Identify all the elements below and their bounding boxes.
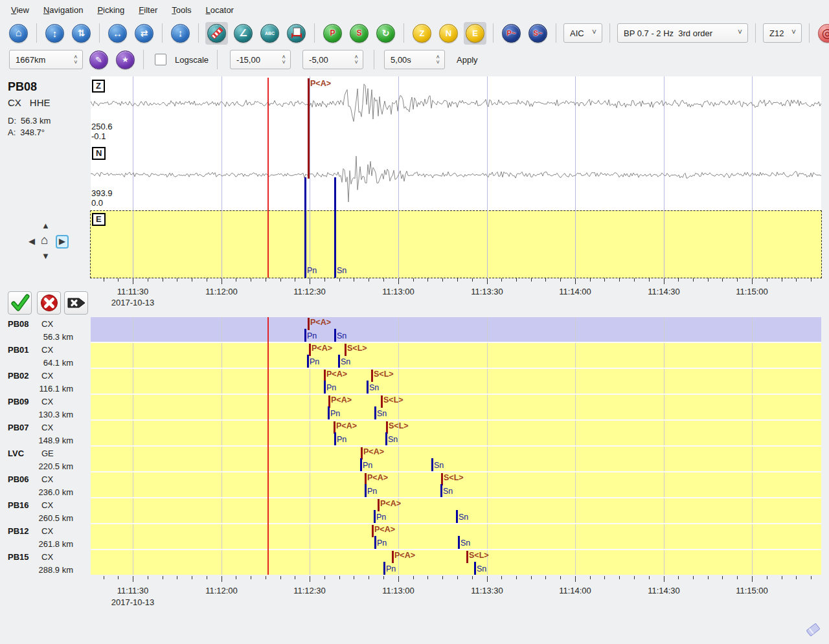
track-gridline [752, 498, 753, 523]
expand-time-button[interactable]: ↔ [106, 22, 129, 45]
pan-left-icon[interactable]: ◀ [28, 236, 35, 246]
filter-select[interactable]: BP 0.7 - 2 Hz 3rd order˅ [617, 23, 748, 43]
home-button[interactable]: ⌂ [7, 22, 30, 45]
track-gridline [487, 524, 488, 549]
axis-tick-minor [708, 576, 709, 579]
origin-time-line [267, 78, 269, 278]
station-track-PB15[interactable]: P<A>S<L>PnSn [91, 550, 821, 575]
pick-label-red: S<L> [374, 370, 394, 379]
confirm-button[interactable] [8, 291, 32, 315]
theoretical-pick-label: Pn [307, 266, 317, 275]
menu-navigation[interactable]: Navigation [36, 2, 90, 18]
pick-label-blue: Pn [386, 564, 396, 573]
skip-next-button[interactable] [64, 291, 88, 315]
pick-label-blue: Sn [369, 383, 379, 392]
red-x-icon [40, 293, 59, 313]
pick-line-blue [431, 458, 433, 471]
distance-spinbox[interactable]: 1667km ˄˅ [9, 50, 83, 69]
expand-amplitude-button[interactable]: ↕ [43, 22, 66, 45]
axis-tick-minor [678, 278, 679, 282]
station-track-PB09[interactable]: P<A>S<L>PnSn [91, 395, 821, 419]
posttime-spinbox[interactable]: -5,00 ˄˅ [302, 50, 363, 69]
measure-window-button[interactable] [285, 22, 308, 45]
text-abc-button[interactable]: ABC [258, 22, 281, 45]
pretime-spinbox[interactable]: -15,00 ˄˅ [230, 50, 291, 69]
station-network: CX [8, 97, 21, 108]
track-gridline [221, 369, 222, 394]
predicted-s-button[interactable]: S~ [527, 22, 549, 45]
pencil-tool-button[interactable]: ✎ [87, 49, 110, 71]
pan-right-button[interactable]: ▶ [56, 235, 69, 249]
pick-label-blue: Sn [477, 564, 486, 573]
compress-amplitude-button[interactable]: ⇅ [70, 22, 93, 45]
picker-algorithm-select[interactable]: AIC˅ [563, 23, 602, 43]
component-e-button-button[interactable]: E [464, 22, 486, 45]
track-gridline [133, 472, 133, 497]
track-gridline [221, 550, 222, 575]
spinner-arrows-icon[interactable]: ˄˅ [431, 50, 444, 69]
axis-tick-minor [354, 278, 354, 282]
rotation-select[interactable]: Z12˅ [763, 23, 802, 43]
menu-filter[interactable]: Filter [131, 2, 165, 18]
compress-time-button[interactable]: ⇄ [133, 22, 155, 45]
axis-tick-label: 11:14:00 [546, 586, 604, 595]
station-row-code: PB06 [8, 474, 29, 484]
axis-tick-minor [192, 278, 192, 282]
axis-tick-minor [722, 576, 723, 579]
pick-p-button[interactable]: P [321, 22, 344, 45]
axis-tick-label: 11:13:00 [369, 287, 427, 296]
skip-arrow-icon [66, 293, 87, 313]
angle-tool-button[interactable]: ∠ [232, 22, 255, 45]
ruler-picker-button[interactable] [205, 22, 228, 45]
menu-tools[interactable]: Tools [165, 2, 198, 18]
spinner-arrows-icon[interactable]: ˄˅ [350, 50, 363, 69]
predicted-p-button[interactable]: P~ [500, 22, 523, 45]
track-gridline [133, 421, 133, 445]
axis-tick-minor [796, 278, 797, 282]
spinner-arrows-icon[interactable]: ˄˅ [277, 50, 290, 69]
menu-view[interactable]: View [4, 2, 36, 18]
marker-tool-button[interactable]: ★ [114, 49, 137, 71]
spinner-arrows-icon[interactable]: ˄˅ [69, 50, 82, 69]
scale-amplitude-button[interactable]: ↨ [169, 22, 192, 45]
pick-label-blue: Pn [307, 331, 317, 340]
station-track-PB06[interactable]: P<A>S<L>PnSn [91, 472, 821, 497]
pick-p-icon: P [323, 24, 342, 43]
station-track-PB08[interactable]: P<A>PnSn [91, 317, 821, 342]
auto-advance-button[interactable]: ↻ [374, 22, 397, 45]
menu-bar: ViewNavigationPickingFilterToolsLocator [0, 0, 829, 19]
track-gridline [310, 550, 310, 575]
apply-button[interactable]: Apply [453, 55, 482, 65]
menu-locator[interactable]: Locator [199, 2, 241, 18]
pan-down-icon[interactable]: ▼ [41, 251, 50, 261]
list-origin-time-line [267, 317, 269, 575]
axis-tick-minor [634, 576, 635, 579]
station-track-PB12[interactable]: P<A>PnSn [91, 524, 821, 549]
axis-tick-major [221, 576, 222, 582]
station-track-PB07[interactable]: P<A>S<L>PnSn [91, 421, 821, 445]
track-gridline [487, 317, 488, 342]
pick-line-red [345, 344, 346, 356]
toolbar-separator [314, 23, 315, 43]
station-track-PB16[interactable]: P<A>PnSn [91, 498, 821, 523]
station-track-LVC[interactable]: P<A>PnSn [91, 447, 821, 471]
pan-up-icon[interactable]: ▲ [41, 221, 50, 230]
logscale-checkbox[interactable] [155, 54, 166, 65]
menu-picking[interactable]: Picking [90, 2, 131, 18]
station-row-network: CX [41, 345, 53, 355]
component-n-button-button[interactable]: N [437, 22, 460, 45]
track-gridline [575, 524, 576, 549]
pick-s-button[interactable]: S [348, 22, 370, 45]
track-gridline [575, 447, 576, 471]
pick-line-blue [367, 381, 369, 394]
home-view-icon[interactable]: ⌂ [41, 233, 48, 247]
reject-button[interactable] [37, 291, 61, 315]
duration-spinbox[interactable]: 5,00s ˄˅ [384, 50, 445, 69]
component-z-button-button[interactable]: Z [411, 22, 433, 45]
station-track-PB02[interactable]: P<A>S<L>PnSn [91, 369, 821, 394]
axis-tick-minor [619, 278, 620, 282]
station-track-PB01[interactable]: P<A>S<L>PnSn [91, 343, 821, 368]
relocate-button[interactable]: ◎ [816, 22, 829, 45]
axis-tick-major [752, 278, 753, 284]
waveform-plot[interactable]: Z N E 250.6 -0.1 393.9 0.0 P<A>PnSn [91, 76, 821, 278]
